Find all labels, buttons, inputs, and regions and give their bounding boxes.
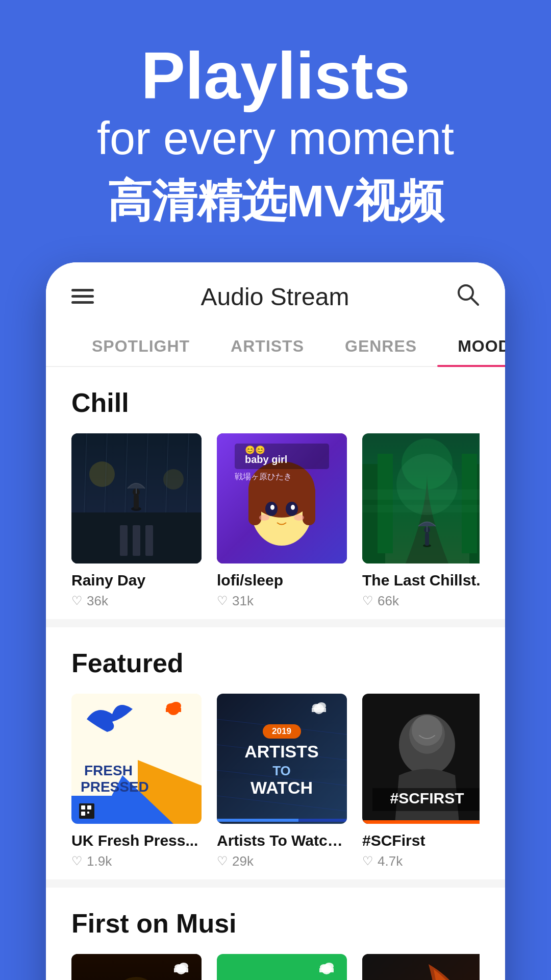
heart-icon-chillst: ♡ [362,594,373,608]
first-musi-title: First on Musi [71,908,480,939]
svg-rect-44 [462,454,477,553]
svg-rect-47 [425,533,429,546]
app-title: Audio Stream [201,283,349,311]
svg-point-31 [270,505,274,510]
fresh-press-image: FRESH PRESSED [71,694,202,824]
divider-1 [46,619,505,627]
svg-rect-90 [362,820,480,824]
featured-title: Featured [71,648,480,678]
svg-rect-83 [217,819,298,822]
scfirst-image: #SCFIRST [362,694,480,824]
lofi-name: lofi/sleep [217,572,347,589]
svg-point-12 [163,469,184,489]
chillst-likes: 66k [378,593,399,609]
card-artists-watch[interactable]: 2019 ARTISTS TO WATCH [217,694,347,869]
svg-rect-109 [362,954,480,981]
svg-line-4 [471,298,478,305]
svg-rect-50 [362,489,480,500]
menu-icon[interactable] [71,287,94,307]
app-header: Audio Stream [46,262,505,327]
first-musi-cards-row: TOP TRACKS Top Tracks ♡ 25k [71,954,480,981]
svg-rect-10 [145,525,153,556]
svg-point-33 [259,514,269,521]
rainy-day-name: Rainy Day [71,572,202,589]
svg-rect-67 [87,812,89,814]
hero-section: Playlists for every moment 高清精选MV视频 [0,0,551,262]
card-love-hurts[interactable]: LOVE HURTS Love Hurts ♡ 12k [362,954,480,981]
svg-rect-104 [319,968,334,972]
lofi-likes: 31k [232,593,254,609]
svg-rect-27 [248,484,261,525]
tab-moods[interactable]: MOODS [437,327,505,366]
fresh-press-likes: 1.9k [87,853,112,869]
search-icon[interactable] [456,283,480,311]
featured-section: Featured [46,627,505,879]
svg-text:WATCH: WATCH [251,778,313,797]
tab-artists[interactable]: ARTISTS [210,327,324,366]
tabs-row: SPOTLIGHT ARTISTS GENRES MOODS [46,327,505,367]
svg-rect-0 [71,289,94,291]
lofi-image: 😊😊 baby girl 戦場ヶ原ひたき [217,433,347,564]
card-top-artists[interactable]: Top Artists ♡ 18k [217,954,347,981]
svg-rect-97 [174,968,188,972]
rainy-day-image [71,433,202,564]
artists-watch-meta: ♡ 29k [217,853,347,869]
svg-point-87 [412,715,442,746]
scfirst-meta: ♡ 4.7k [362,853,480,869]
svg-rect-2 [71,301,94,304]
artists-watch-likes: 29k [232,853,254,869]
artists-watch-name: Artists To Watch... [217,832,347,849]
hero-subtitle: for every moment [20,111,531,166]
chillst-name: The Last Chillst.. [362,572,480,589]
love-hurts-image: LOVE HURTS [362,954,480,981]
svg-text:TO: TO [272,763,291,778]
svg-rect-51 [362,505,480,512]
featured-cards-row: FRESH PRESSED UK Fresh Press... ♡ [71,694,480,869]
svg-text:2019: 2019 [272,726,291,736]
svg-text:FRESH: FRESH [84,763,133,778]
svg-text:PRESSED: PRESSED [81,779,149,795]
phone-mockup: Audio Stream SPOTLIGHT ARTISTS GENRES MO… [46,262,505,981]
card-lofi[interactable]: 😊😊 baby girl 戦場ヶ原ひたき lofi/sleep ♡ 31k [217,433,347,609]
chill-title: Chill [71,387,480,418]
lofi-meta: ♡ 31k [217,593,347,609]
svg-rect-20 [134,495,139,509]
chillst-meta: ♡ 66k [362,593,480,609]
artists-watch-image: 2019 ARTISTS TO WATCH [217,694,347,824]
heart-icon-rainy: ♡ [71,594,83,608]
heart-icon-lofi: ♡ [217,594,228,608]
heart-icon-fresh: ♡ [71,854,83,868]
card-scfirst[interactable]: #SCFIRST #SCFirst ♡ 4.7k [362,694,480,869]
svg-text:ARTISTS: ARTISTS [244,742,318,761]
tab-spotlight[interactable]: SPOTLIGHT [71,327,210,366]
card-top-tracks[interactable]: TOP TRACKS Top Tracks ♡ 25k [71,954,202,981]
svg-rect-28 [303,484,315,525]
heart-icon-scfirst: ♡ [362,854,373,868]
scfirst-likes: 4.7k [378,853,403,869]
card-chillst[interactable]: The Last Chillst.. ♡ 66k [362,433,480,609]
svg-rect-60 [166,708,181,712]
svg-text:#SCFIRST: #SCFIRST [390,790,464,806]
svg-point-32 [291,505,295,510]
svg-text:baby girl: baby girl [245,454,287,465]
fresh-press-name: UK Fresh Press... [71,832,202,849]
rainy-day-meta: ♡ 36k [71,593,202,609]
fresh-press-meta: ♡ 1.9k [71,853,202,869]
svg-rect-8 [120,525,128,556]
hero-chinese: 高清精选MV视频 [20,171,531,232]
top-tracks-image: TOP TRACKS [71,954,202,981]
card-fresh-press[interactable]: FRESH PRESSED UK Fresh Press... ♡ [71,694,202,869]
svg-rect-65 [87,805,91,810]
svg-point-11 [89,461,115,487]
tab-genres[interactable]: GENRES [324,327,437,366]
chill-cards-row: Rainy Day ♡ 36k [71,433,480,609]
divider-2 [46,879,505,888]
hero-title: Playlists [20,41,531,111]
heart-icon-watch: ♡ [217,854,228,868]
svg-rect-9 [133,525,140,556]
card-rainy-day[interactable]: Rainy Day ♡ 36k [71,433,202,609]
top-artists-image [217,954,347,981]
svg-rect-1 [71,295,94,298]
svg-rect-64 [81,805,85,810]
scfirst-name: #SCFirst [362,832,480,849]
